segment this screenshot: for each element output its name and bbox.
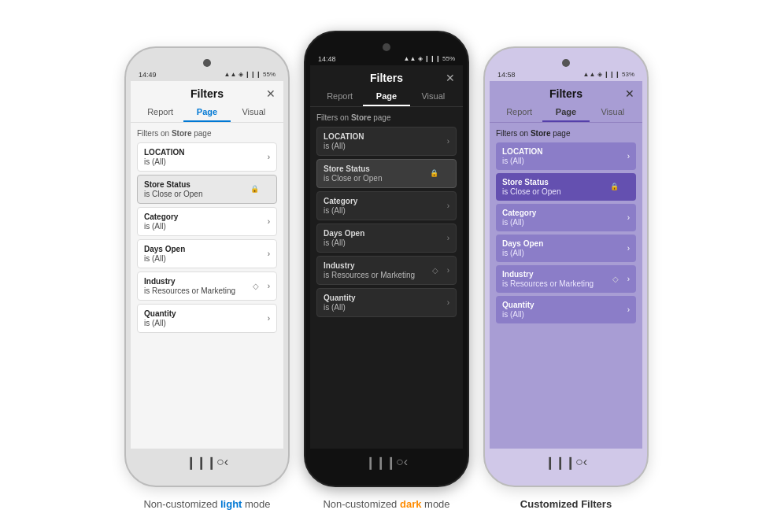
card-value: is Resources or Marketing (324, 271, 449, 279)
nav-back-icon[interactable]: ‹ (583, 455, 587, 469)
card-value: is (All) (324, 303, 449, 312)
nav-home-icon[interactable]: ○ (396, 455, 404, 469)
filter-card-quantity[interactable]: Quantityis (All)› (137, 304, 277, 333)
chevron-right-icon: › (447, 137, 449, 146)
main-container: 14:49▲▲ ◈ ❙❙❙ 55%Filters✕ReportPageVisua… (124, 23, 649, 510)
tab-page[interactable]: Page (542, 103, 589, 122)
filter-card-location[interactable]: LOCATIONis (All)› (316, 127, 457, 156)
filter-card-category[interactable]: Categoryis (All)› (496, 204, 636, 231)
filter-title: Filters (190, 87, 224, 100)
screen-purple: Filters✕ReportPageVisualFilters on Store… (490, 81, 642, 449)
tabs: ReportPageVisual (310, 87, 463, 107)
lock-icon: 🔒 (610, 183, 619, 190)
filter-card-store-status[interactable]: Store Statusis Close or Open🔒 (496, 173, 636, 201)
chevron-right-icon: › (447, 266, 449, 275)
filter-card-location[interactable]: LOCATIONis (All)› (137, 142, 277, 172)
bookmark-icon: ◇ (612, 275, 619, 283)
filters-on-label: Filters on Store page (137, 129, 277, 138)
filter-card-category[interactable]: Categoryis (All)› (316, 191, 457, 220)
chevron-right-icon: › (447, 234, 449, 242)
nav-menu-icon[interactable]: ❙❙❙ (545, 455, 575, 470)
tab-report[interactable]: Report (316, 87, 363, 106)
tab-report[interactable]: Report (496, 103, 542, 122)
filter-title: Filters (370, 72, 403, 84)
chevron-right-icon: › (627, 213, 630, 222)
caption-light: Non-customized light mode (143, 498, 270, 510)
card-value: is (All) (144, 157, 270, 166)
filter-card-store-status[interactable]: Store Statusis Close or Open🔒 (316, 159, 457, 188)
tab-page[interactable]: Page (183, 103, 230, 122)
phone-wrapper-dark: 14:48▲▲ ◈ ❙❙❙ 55%Filters✕ReportPageVisua… (304, 31, 469, 510)
bottom-nav: ❙❙❙○‹ (170, 449, 244, 473)
tab-page[interactable]: Page (363, 87, 409, 106)
close-button[interactable]: ✕ (266, 87, 276, 100)
phone-frame-purple: 14:58▲▲ ◈ ❙❙❙ 53%Filters✕ReportPageVisua… (483, 46, 649, 487)
chevron-right-icon: › (268, 249, 270, 258)
nav-home-icon[interactable]: ○ (575, 455, 583, 469)
screen-dark: Filters✕ReportPageVisualFilters on Store… (310, 65, 463, 449)
chevron-right-icon: › (447, 201, 449, 210)
camera-bar (490, 56, 642, 68)
bottom-nav: ❙❙❙○‹ (529, 449, 603, 473)
status-time: 14:48 (318, 55, 336, 63)
screen-light: Filters✕ReportPageVisualFilters on Store… (131, 81, 283, 449)
card-label: LOCATION (502, 147, 630, 156)
card-label: Days Open (502, 239, 630, 248)
nav-menu-icon[interactable]: ❙❙❙ (365, 455, 396, 470)
filter-header: Filters✕ (131, 81, 283, 103)
filter-body: Filters on Store pageLOCATIONis (All)›St… (131, 123, 283, 449)
card-label: Industry (502, 270, 630, 279)
card-value: is (All) (502, 218, 630, 227)
card-label: Quantity (324, 294, 449, 302)
card-value: is (All) (144, 319, 270, 327)
tab-visual[interactable]: Visual (590, 103, 636, 122)
card-label: LOCATION (324, 132, 449, 141)
camera-dot (383, 43, 390, 51)
card-label: Industry (324, 261, 449, 270)
lock-icon: 🔒 (250, 185, 259, 193)
tab-visual[interactable]: Visual (231, 103, 277, 122)
filters-on-label: Filters on Store page (316, 113, 457, 122)
card-label: Category (324, 197, 449, 205)
phone-frame-dark: 14:48▲▲ ◈ ❙❙❙ 55%Filters✕ReportPageVisua… (304, 31, 469, 487)
filter-card-industry[interactable]: Industryis Resources or Marketing◇› (496, 265, 636, 293)
filter-card-category[interactable]: Categoryis (All)› (137, 207, 277, 236)
chevron-right-icon: › (268, 314, 270, 323)
card-value: is (All) (502, 310, 630, 319)
tab-report[interactable]: Report (137, 103, 183, 122)
chevron-right-icon: › (268, 282, 270, 290)
bottom-nav: ❙❙❙○‹ (350, 449, 423, 473)
chevron-right-icon: › (268, 217, 270, 226)
bookmark-icon: ◇ (253, 282, 259, 290)
close-button[interactable]: ✕ (446, 72, 455, 84)
filter-body: Filters on Store pageLOCATIONis (All)›St… (310, 107, 463, 449)
chevron-right-icon: › (627, 152, 630, 161)
tabs: ReportPageVisual (490, 103, 642, 123)
close-button[interactable]: ✕ (625, 87, 634, 100)
filter-card-industry[interactable]: Industryis Resources or Marketing◇› (137, 272, 277, 301)
nav-home-icon[interactable]: ○ (216, 455, 224, 469)
filter-card-days-open[interactable]: Days Openis (All)› (496, 235, 636, 262)
nav-back-icon[interactable]: ‹ (404, 455, 408, 469)
filter-card-days-open[interactable]: Days Openis (All)› (137, 239, 277, 268)
filter-card-store-status[interactable]: Store Statusis Close or Open🔒 (137, 175, 277, 204)
card-value: is (All) (502, 249, 630, 257)
camera-dot (203, 59, 211, 67)
tab-visual[interactable]: Visual (410, 87, 457, 106)
status-bar: 14:48▲▲ ◈ ❙❙❙ 55% (310, 53, 463, 65)
lock-icon: 🔒 (430, 169, 438, 177)
nav-back-icon[interactable]: ‹ (224, 455, 228, 469)
filter-card-industry[interactable]: Industryis Resources or Marketing◇› (316, 256, 457, 285)
card-label: Category (144, 212, 270, 221)
filter-card-location[interactable]: LOCATIONis (All)› (496, 142, 636, 170)
filters-on-label: Filters on Store page (496, 129, 636, 138)
chevron-right-icon: › (627, 305, 630, 314)
filter-card-days-open[interactable]: Days Openis (All)› (316, 224, 457, 253)
card-value: is (All) (144, 222, 270, 231)
filter-card-quantity[interactable]: Quantityis (All)› (496, 296, 636, 323)
card-value: is (All) (324, 142, 449, 150)
nav-menu-icon[interactable]: ❙❙❙ (186, 455, 216, 470)
filter-header: Filters✕ (490, 81, 642, 103)
status-icons: ▲▲ ◈ ❙❙❙ 55% (224, 71, 276, 78)
filter-card-quantity[interactable]: Quantityis (All)› (316, 288, 457, 317)
